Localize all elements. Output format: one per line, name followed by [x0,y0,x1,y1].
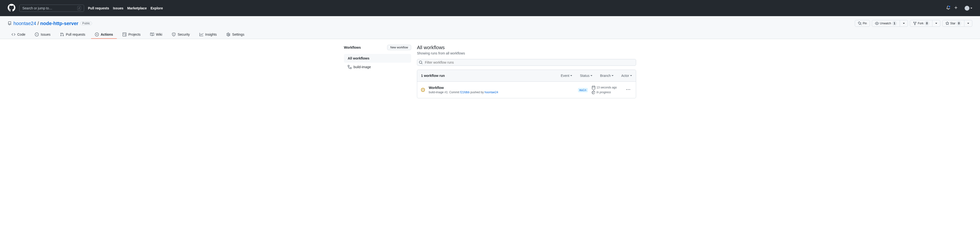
pull-request-icon [60,32,64,36]
page-subtitle: Showing runs from all workflows [417,51,636,55]
watch-button-group: Unwatch 1 [872,20,908,27]
github-logo-link[interactable] [8,4,15,12]
repo-header: hoontae24 / node-http-server Public Pin … [0,16,980,39]
repo-separator: / [38,21,39,26]
run-duration: In progress [597,91,611,94]
user-menu[interactable] [965,6,972,11]
search-placeholder: Search or jump to… [22,6,52,10]
repo-name-link[interactable]: node-http-server [40,21,78,26]
kebab-icon [626,88,630,91]
new-workflow-button[interactable]: New workflow [387,45,411,50]
filter-event[interactable]: Event [561,74,572,78]
fork-dropdown[interactable] [932,20,940,27]
run-timestamp: 13 seconds ago [597,86,617,89]
run-workflow-name: build-image [429,91,444,94]
star-button-group: Star 0 [942,20,972,27]
nav-marketplace[interactable]: Marketplace [127,6,147,10]
page-title: All workflows [417,45,636,50]
run-row[interactable]: Workflow build-image #1: Commit f21fdbb … [417,82,636,98]
notifications-button[interactable] [947,6,950,10]
filter-tabs: Event Status Branch Actor [561,74,632,78]
create-menu[interactable] [954,6,961,10]
search-box[interactable]: Search or jump to… / [19,5,84,12]
filter-status[interactable]: Status [580,74,592,78]
fork-button-group: Fork 0 [910,20,940,27]
pin-icon [858,21,862,25]
repo-title: hoontae24 / node-http-server [13,21,78,26]
branch-badge[interactable]: main [578,88,588,92]
projects-icon [123,32,126,36]
filter-actor[interactable]: Actor [621,74,632,78]
fork-icon [913,21,917,25]
workflow-list: All workflows build-image [344,54,411,71]
tab-projects[interactable]: Projects [119,30,145,39]
pin-button[interactable]: Pin [855,20,870,27]
tab-security[interactable]: Security [168,30,194,39]
run-status-in-progress-icon [421,88,425,92]
tab-code[interactable]: Code [8,30,29,39]
notification-dot [948,5,951,8]
book-icon [150,32,154,36]
caret-down-icon [590,75,592,76]
watch-count: 1 [892,21,897,26]
gear-icon [226,32,230,36]
plus-icon [954,6,958,10]
calendar-icon [592,85,595,90]
repo-owner-link[interactable]: hoontae24 [13,21,36,26]
tab-insights[interactable]: Insights [196,30,221,39]
caret-down-icon [935,23,937,24]
fork-count: 0 [924,21,929,26]
run-meta: build-image #1: Commit f21fdbb pushed by… [429,91,574,94]
actor-link[interactable]: hoontae24 [484,91,498,94]
tab-actions[interactable]: Actions [91,30,117,39]
filter-branch[interactable]: Branch [600,74,614,78]
commit-link[interactable]: f21fdbb [460,91,469,94]
workflow-item-build-image[interactable]: build-image [344,63,411,71]
caret-down-icon [612,75,614,76]
sidebar-title: Workflows [344,45,361,50]
workflow-icon [348,65,352,69]
fork-button[interactable]: Fork 0 [910,20,932,27]
run-timing: 13 seconds ago In progress [592,85,620,94]
global-header: Search or jump to… / Pull requests Issue… [0,0,980,16]
run-title[interactable]: Workflow [429,86,574,90]
caret-down-icon [967,23,969,24]
visibility-badge: Public [80,21,92,25]
workflow-item-all[interactable]: All workflows [344,54,411,63]
sidebar: Workflows New workflow All workflows bui… [344,45,411,98]
filter-input[interactable] [417,59,636,66]
issues-icon [35,32,39,36]
repo-actions: Pin Unwatch 1 Fork 0 [855,20,972,27]
watch-dropdown[interactable] [900,20,908,27]
search-icon [419,61,423,64]
caret-down-icon [570,75,572,76]
run-menu-button[interactable] [624,86,632,94]
unwatch-button[interactable]: Unwatch 1 [872,20,900,27]
nav-explore[interactable]: Explore [150,6,163,10]
star-button[interactable]: Star 0 [942,20,964,27]
star-dropdown[interactable] [964,20,972,27]
tab-settings[interactable]: Settings [223,30,248,39]
code-icon [11,32,15,36]
tab-issues[interactable]: Issues [31,30,54,39]
search-key-hint: / [77,6,81,10]
shield-icon [172,32,176,36]
graph-icon [199,32,203,36]
star-count: 0 [956,21,961,26]
github-logo-icon [8,4,15,11]
filter-wrapper [417,59,636,66]
play-icon [95,32,99,36]
global-nav: Pull requests Issues Marketplace Explore [88,6,163,10]
repo-icon [8,21,11,25]
tab-pull-requests[interactable]: Pull requests [56,30,89,39]
header-right [947,6,972,11]
tab-wiki[interactable]: Wiki [146,30,166,39]
nav-issues[interactable]: Issues [113,6,124,10]
runs-header: 1 workflow run Event Status Branch [417,70,636,82]
branch-container: main [578,88,588,92]
stopwatch-icon [592,90,595,94]
star-icon [945,21,949,25]
nav-pull-requests[interactable]: Pull requests [88,6,109,10]
caret-down-icon [903,23,905,24]
caret-down-icon [970,8,972,9]
